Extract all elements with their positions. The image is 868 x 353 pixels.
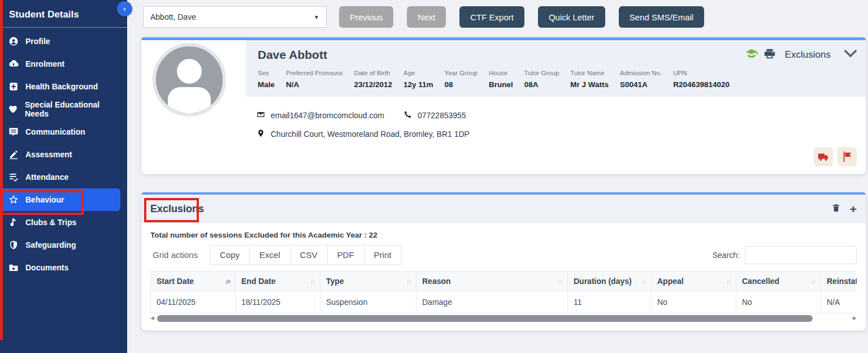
sidebar-item-communication[interactable]: Communication <box>0 120 120 143</box>
graduation-cap-icon[interactable] <box>745 48 758 62</box>
sidebar-item-assessment[interactable]: Assessment <box>0 143 120 166</box>
student-select[interactable]: Abbott, Dave ▼ <box>143 6 327 28</box>
flag-icon[interactable] <box>837 147 857 166</box>
sort-icon: ↓↑ <box>558 278 562 285</box>
column-label: Start Date <box>157 277 194 286</box>
student-name: Dave Abbott <box>258 48 327 62</box>
profile-fields: SexMalePreferred PronounsN/ADate of Birt… <box>258 70 730 89</box>
sidebar-item-safeguarding[interactable]: Safeguarding <box>0 234 120 256</box>
profile-field-sex: SexMale <box>258 70 275 89</box>
sidebar-item-label: Clubs & Trips <box>25 218 76 227</box>
table-cell: No <box>736 291 821 313</box>
ctf-export-button[interactable]: CTF Export <box>459 6 524 28</box>
field-value: S0041A <box>620 80 662 89</box>
sidebar-item-special-educational-needs[interactable]: Special Educational Needs <box>0 98 120 120</box>
profile-field-year-group: Year Group08 <box>445 70 478 89</box>
column-label: Duration (days) <box>574 277 632 286</box>
column-header-end-date[interactable]: End Date↓↑ <box>236 272 320 291</box>
profile-field-age: Age12y 11m <box>403 70 433 89</box>
excel-button[interactable]: Excel <box>249 245 290 265</box>
sidebar-item-clubs-trips[interactable]: Clubs & Trips <box>0 211 120 234</box>
table-cell: 18/11/2025 <box>236 291 320 313</box>
print-button[interactable]: Print <box>364 245 402 265</box>
student-profile-card: Dave Abbott SexMalePreferred PronounsN/A… <box>141 37 866 174</box>
column-label: End Date <box>241 277 276 286</box>
email-icon <box>257 110 265 120</box>
column-header-duration-days-[interactable]: Duration (days)↓↑ <box>568 272 652 291</box>
profile-alert-icons <box>814 147 857 166</box>
field-value: Male <box>258 80 275 89</box>
field-label: Year Group <box>445 70 478 76</box>
field-label: Tutor Name <box>570 70 609 76</box>
contact-phone: 07722853955 <box>403 110 466 120</box>
column-header-appeal[interactable]: Appeal↓↑ <box>652 272 736 291</box>
exclusions-total-text: Total number of sessions Excluded for th… <box>150 231 857 239</box>
column-header-start-date[interactable]: Start Date↓≡ <box>151 272 236 291</box>
column-header-reinstat[interactable]: Reinstat↓↑ <box>821 272 857 291</box>
shield-icon <box>8 239 19 251</box>
profile-field-date-of-birth: Date of Birth23/12/2012 <box>354 70 392 89</box>
chevron-down-icon[interactable] <box>844 48 857 62</box>
sidebar-item-label: Special Educational Needs <box>25 100 120 118</box>
sidebar-item-profile[interactable]: Profile <box>0 30 120 53</box>
folder-star-icon <box>8 262 19 273</box>
chevron-left-icon: ‹ <box>123 5 125 13</box>
sidebar-item-label: Assessment <box>25 150 72 159</box>
column-header-cancelled[interactable]: Cancelled↓↑ <box>736 272 821 291</box>
sidebar-item-behaviour[interactable]: Behaviour <box>0 188 120 211</box>
copy-button[interactable]: Copy <box>210 245 250 265</box>
toolbar-buttons: PreviousNextCTF ExportQuick LetterSend S… <box>339 6 718 28</box>
column-header-type[interactable]: Type↓↑ <box>320 272 416 291</box>
heart-icon <box>8 104 19 115</box>
previous-button[interactable]: Previous <box>339 6 393 28</box>
send-sms-email-button[interactable]: Send SMS/Email <box>619 6 704 28</box>
sort-icon: ↓↑ <box>641 278 645 285</box>
sidebar-item-label: Enrolment <box>25 59 64 68</box>
profile-field-upn: UPNR204639814020 <box>673 70 730 89</box>
add-icon[interactable]: + <box>850 204 857 214</box>
horizontal-scrollbar[interactable]: ◀ ▶ <box>150 315 857 322</box>
sidebar-item-documents[interactable]: Documents <box>0 256 120 279</box>
search-input[interactable] <box>745 246 857 264</box>
trash-icon[interactable] <box>831 203 841 215</box>
field-label: Admission No. <box>620 70 662 76</box>
column-header-reason[interactable]: Reason↓↑ <box>416 272 568 291</box>
cloud-upload-icon <box>8 58 19 70</box>
scroll-left-icon[interactable]: ◀ <box>150 315 154 321</box>
ambulance-icon[interactable] <box>814 147 833 166</box>
csv-button[interactable]: CSV <box>290 245 328 265</box>
printer-icon[interactable] <box>763 48 776 62</box>
contact-value: Churchill Court, Westmoreland Road, Brom… <box>271 130 470 139</box>
field-label: UPN <box>673 70 730 76</box>
table-row[interactable]: 04/11/202518/11/2025SuspensionDamage11No… <box>151 291 857 313</box>
sidebar-item-label: Documents <box>25 263 68 272</box>
sidebar-collapse-button[interactable]: ‹ <box>117 1 132 16</box>
field-label: Date of Birth <box>354 70 392 76</box>
sidebar-item-enrolment[interactable]: Enrolment <box>0 53 120 75</box>
list-check-icon <box>8 171 19 183</box>
health-cross-icon <box>8 81 19 92</box>
table-cell: No <box>652 291 736 313</box>
field-value: 12y 11m <box>403 80 433 89</box>
section-selector-label[interactable]: Exclusions <box>785 49 831 61</box>
sort-icon: ↓↑ <box>310 278 314 285</box>
field-value: R204639814020 <box>673 80 730 89</box>
exclusions-panel-header: Exclusions + <box>141 195 866 223</box>
scroll-right-icon[interactable]: ▶ <box>853 315 857 321</box>
sidebar-item-attendance[interactable]: Attendance <box>0 166 120 188</box>
exclusions-body: Total number of sessions Excluded for th… <box>150 223 857 322</box>
search-label: Search: <box>713 251 740 260</box>
sidebar-item-label: Safeguarding <box>25 240 76 249</box>
quick-letter-button[interactable]: Quick Letter <box>538 6 605 28</box>
next-button[interactable]: Next <box>407 6 446 28</box>
scrollbar-thumb[interactable] <box>157 315 813 322</box>
sidebar-item-health-background[interactable]: Health Background <box>0 75 120 98</box>
table-cell: 11 <box>568 291 652 313</box>
contact-row-2: Churchill Court, Westmoreland Road, Brom… <box>257 129 470 139</box>
exclusions-panel-title: Exclusions <box>150 203 204 215</box>
column-label: Appeal <box>657 277 684 286</box>
field-label: Sex <box>258 70 275 76</box>
table-cell: Damage <box>416 291 568 313</box>
pdf-button[interactable]: PDF <box>327 245 364 265</box>
contact-row-1: email1647@bromcomcloud.com07722853955 <box>257 110 466 120</box>
